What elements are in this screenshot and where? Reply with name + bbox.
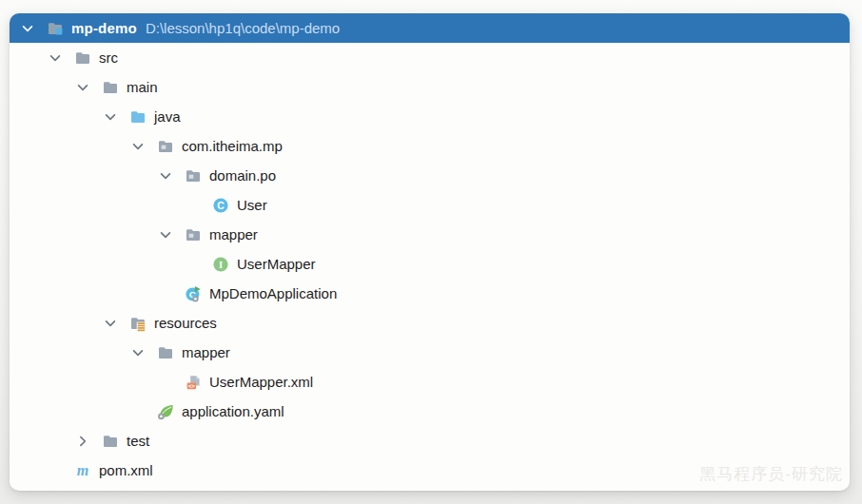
tree-row-com-itheima-mp[interactable]: com.itheima.mp [10, 131, 850, 161]
project-path: D:\lesson\hp1q\code\mp-demo [146, 20, 340, 36]
chevron-down-icon[interactable] [102, 315, 119, 332]
project-tree: srcmainjavacom.itheima.mpdomain.poCUserm… [10, 43, 850, 485]
folder-project-icon [47, 20, 64, 37]
tree-item-label: pom.xml [99, 462, 153, 479]
tree-row-domain-po[interactable]: domain.po [10, 161, 850, 190]
folder-sources-icon [129, 108, 147, 126]
chevron-right-icon[interactable] [74, 433, 91, 450]
tree-item-label: com.itheima.mp [182, 138, 283, 155]
chevron-spacer [47, 462, 64, 479]
chevron-down-icon[interactable] [129, 344, 147, 361]
package-icon [157, 138, 174, 155]
folder-icon [102, 79, 119, 96]
tree-row-mpdemoapplication[interactable]: CMpDemoApplication [10, 279, 850, 308]
project-window: mp-demo D:\lesson\hp1q\code\mp-demo srcm… [10, 13, 850, 491]
tree-item-label: java [154, 108, 181, 126]
folder-icon [157, 344, 174, 361]
project-header-row[interactable]: mp-demo D:\lesson\hp1q\code\mp-demo [10, 13, 850, 43]
tree-row-resources[interactable]: resources [10, 308, 850, 338]
chevron-spacer [185, 197, 202, 214]
svg-text:I: I [219, 259, 223, 269]
tree-item-label: application.yaml [182, 403, 284, 420]
chevron-spacer [185, 256, 202, 273]
tree-item-label: mapper [209, 226, 258, 243]
chevron-down-icon[interactable] [47, 49, 64, 67]
tree-row-usermapper[interactable]: IUserMapper [10, 249, 850, 279]
xml-file-icon: <> [185, 374, 202, 391]
tree-item-label: src [99, 49, 118, 67]
tree-row-application-yaml[interactable]: application.yaml [10, 397, 850, 426]
tree-row-src[interactable]: src [10, 43, 850, 72]
maven-icon: m [74, 462, 91, 479]
svg-text:<>: <> [188, 381, 196, 388]
interface-icon: I [212, 256, 229, 273]
tree-row-mapper[interactable]: mapper [10, 338, 850, 367]
tree-item-label: MpDemoApplication [209, 285, 337, 302]
tree-row-usermapper-xml[interactable]: <>UserMapper.xml [10, 367, 850, 397]
folder-resources-icon [129, 315, 147, 332]
package-icon [185, 226, 202, 243]
yaml-spring-icon [157, 403, 174, 420]
chevron-down-icon[interactable] [74, 79, 91, 96]
boot-class-icon: C [185, 285, 202, 302]
chevron-spacer [129, 403, 147, 420]
tree-item-label: mapper [182, 344, 230, 361]
chevron-down-icon[interactable] [157, 226, 174, 243]
tree-row-pom-xml[interactable]: mpom.xml [10, 456, 850, 485]
package-icon [185, 167, 202, 184]
chevron-spacer [157, 374, 174, 391]
tree-row-mapper[interactable]: mapper [10, 220, 850, 249]
tree-row-test[interactable]: test [10, 426, 850, 456]
tree-item-label: UserMapper [237, 256, 316, 273]
project-name: mp-demo [71, 20, 137, 36]
tree-row-main[interactable]: main [10, 72, 850, 102]
svg-text:C: C [217, 199, 225, 210]
svg-text:m: m [77, 462, 88, 478]
chevron-down-icon[interactable] [102, 108, 119, 126]
folder-icon [74, 49, 91, 67]
chevron-down-icon[interactable] [19, 20, 36, 37]
tree-item-label: resources [154, 315, 217, 332]
tree-item-label: UserMapper.xml [209, 374, 313, 391]
tree-row-user[interactable]: CUser [10, 190, 850, 220]
class-icon: C [212, 197, 229, 214]
tree-row-java[interactable]: java [10, 102, 850, 131]
tree-item-label: User [237, 197, 267, 214]
chevron-down-icon[interactable] [157, 167, 174, 184]
chevron-spacer [157, 285, 174, 302]
chevron-down-icon[interactable] [129, 138, 147, 155]
folder-icon [102, 433, 119, 450]
tree-item-label: test [127, 433, 149, 450]
tree-item-label: main [127, 79, 158, 96]
tree-item-label: domain.po [209, 167, 276, 184]
